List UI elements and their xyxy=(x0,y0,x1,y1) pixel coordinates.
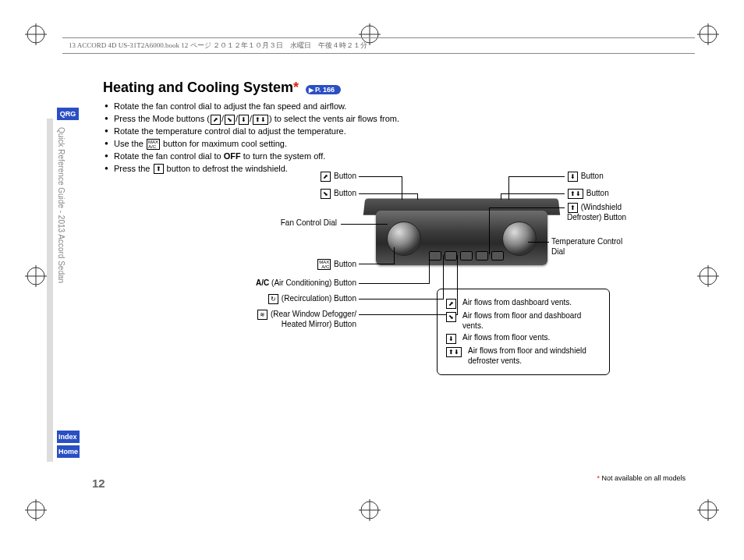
mode-icon: ⬈ xyxy=(211,115,221,125)
crop-mark-icon xyxy=(697,499,719,521)
footnote: * Not available on all models xyxy=(597,474,686,482)
crop-mark-icon xyxy=(25,265,47,287)
tab-home[interactable]: Home xyxy=(57,445,80,458)
mode-icon: ⬈ xyxy=(321,172,331,182)
label-max-button: MAXA/C Button xyxy=(236,259,356,270)
recirc-icon: ↻ xyxy=(268,294,278,304)
mode-icon: ⬊ xyxy=(321,189,331,199)
mode-icon: ⬇ xyxy=(239,115,249,125)
crop-mark-icon xyxy=(359,499,381,521)
label-rear-defog-button: ≋ (Rear Window Defogger/ Heated Mirror) … xyxy=(236,310,356,330)
instruction-item: Press the Mode buttons (⬈/⬊/⬇/⬆⬇) to sel… xyxy=(103,113,688,126)
tab-index[interactable]: Index xyxy=(57,431,80,443)
panel-button xyxy=(445,251,457,261)
sidebar-doc-title: Quick Reference Guide - 2013 Accord Seda… xyxy=(57,123,66,287)
label-mode-button: ⬈ Button xyxy=(236,172,356,182)
panel-button xyxy=(460,251,473,261)
label-mode-button: ⬊ Button xyxy=(236,189,356,199)
panel-button xyxy=(476,251,488,261)
sidebar-gray-strip xyxy=(47,119,53,462)
defrost-icon: ⬆ xyxy=(154,164,164,174)
crop-mark-icon xyxy=(25,23,47,45)
mode-icon: ⬆⬇ xyxy=(253,115,268,125)
label-ac-button: A/C (Air Conditioning) Button xyxy=(197,278,356,289)
panel-button xyxy=(429,251,441,261)
panel-button xyxy=(491,251,504,261)
max-ac-icon: MAXA/C xyxy=(147,139,160,150)
instruction-list: Rotate the fan control dial to adjust th… xyxy=(103,101,688,175)
page-number: 12 xyxy=(92,477,105,490)
instruction-item: Rotate the fan control dial to OFF to tu… xyxy=(103,151,688,163)
page-reference-link[interactable]: P. 166 xyxy=(306,85,341,94)
mode-icon: ⬆⬇ xyxy=(568,189,583,199)
label-mode-button: ⬇ Button xyxy=(567,172,604,182)
mode-icon: ⬇ xyxy=(568,172,578,182)
instruction-item: Rotate the fan control dial to adjust th… xyxy=(103,101,688,113)
crop-mark-icon xyxy=(697,23,719,45)
max-ac-icon: MAXA/C xyxy=(317,259,331,270)
instruction-item: Use the MAXA/C button for maximum cool s… xyxy=(103,138,688,151)
label-temp-dial: Temperature Control Dial xyxy=(551,237,629,257)
label-mode-button: ⬆⬇ Button xyxy=(567,189,609,199)
page-title: Heating and Cooling System* P. 166 xyxy=(103,80,688,96)
temperature-control-dial xyxy=(502,222,537,256)
label-windshield-button: ⬆ (Windshield Defroster) Button xyxy=(567,203,645,223)
crop-mark-icon xyxy=(25,499,47,521)
fan-control-dial xyxy=(387,222,421,256)
label-fan-dial: Fan Control Dial xyxy=(236,218,337,229)
defrost-icon: ⬆ xyxy=(568,203,578,213)
mode-icon: ⬆⬇ xyxy=(446,347,462,357)
airflow-legend: ⬈Air flows from dashboard vents. ⬊Air fl… xyxy=(437,289,610,375)
crop-mark-icon xyxy=(697,265,719,287)
print-header: 13 ACCORD 4D US-31T2A6000.book 12 ページ ２０… xyxy=(62,37,695,54)
tab-qrg[interactable]: QRG xyxy=(57,108,79,120)
mode-icon: ⬈ xyxy=(446,299,456,309)
mode-icon: ⬊ xyxy=(225,115,235,125)
mode-icon: ⬇ xyxy=(446,334,456,344)
mode-icon: ⬊ xyxy=(446,312,456,322)
rear-defog-icon: ≋ xyxy=(257,310,267,320)
label-recirc-button: ↻ (Recirculation) Button xyxy=(236,294,356,304)
instruction-item: Rotate the temperature control dial to a… xyxy=(103,126,688,138)
